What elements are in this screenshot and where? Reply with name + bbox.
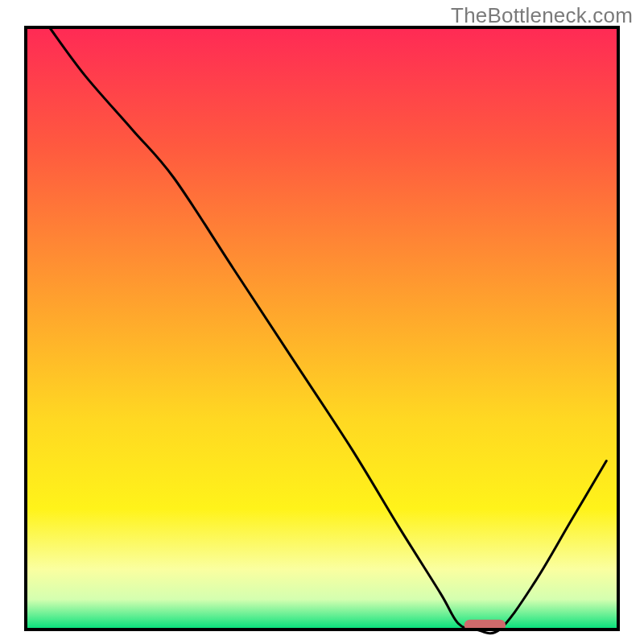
bottleneck-chart <box>0 0 644 644</box>
watermark-text: TheBottleneck.com <box>451 3 633 28</box>
chart-container: TheBottleneck.com <box>0 0 644 644</box>
plot-background <box>26 27 618 630</box>
